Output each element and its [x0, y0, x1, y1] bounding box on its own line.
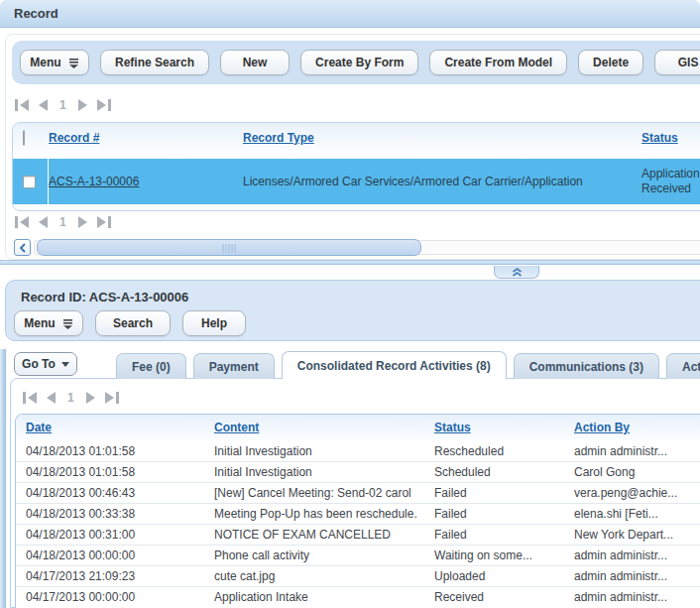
record-id-title: Record ID: ACS-A-13-00006 [21, 290, 188, 304]
action-by-cell: New York Depart... [574, 528, 700, 542]
last-page-icon[interactable] [97, 216, 111, 228]
create-by-form-button[interactable]: Create By Form [300, 50, 418, 75]
date-cell: 04/17/2013 21:09:23 [26, 569, 214, 583]
goto-dropdown[interactable]: Go To [14, 352, 77, 376]
record-row[interactable]: ACS-A-13-00006 Licenses/Armored Car Serv… [13, 159, 700, 204]
column-header-status[interactable]: Status [434, 421, 574, 434]
action-by-cell: admin administr... [574, 569, 700, 583]
record-type-cell: Licenses/Armored Car Services/Armored Ca… [243, 175, 642, 188]
menu-button[interactable]: Menu [20, 50, 89, 75]
detail-tabs-bar: Go To Fee (0) Payment Consolidated Recor… [0, 351, 700, 379]
table-row[interactable]: 04/18/2013 01:01:58 Initial Investigatio… [16, 440, 700, 461]
menu-button-label: Menu [30, 56, 60, 69]
status-cell: Uploaded [434, 569, 574, 583]
scrollbar-grip-icon [223, 244, 236, 253]
date-cell: 04/17/2013 00:00:00 [26, 590, 214, 604]
column-header-status[interactable]: Status [642, 131, 700, 145]
select-all-cell [13, 131, 49, 145]
table-row[interactable]: 04/17/2013 00:00:00 Application Intake R… [16, 586, 700, 607]
row-checkbox[interactable] [23, 176, 36, 188]
record-detail-portlet: Record ID: ACS-A-13-00006 Menu Search He… [5, 280, 700, 341]
column-header-action-by[interactable]: Action By [574, 421, 700, 434]
content-cell: Initial Investigation [214, 444, 434, 458]
status-cell: Failed [434, 528, 574, 542]
last-page-icon[interactable] [97, 99, 111, 111]
create-from-model-button[interactable]: Create From Model [429, 50, 567, 75]
scroll-left-button[interactable] [14, 239, 31, 256]
content-cell: NOTICE OF EXAM CANCELLED [214, 528, 434, 542]
collapse-panel-button[interactable] [494, 266, 539, 279]
record-status-text: Application Received [642, 167, 700, 195]
date-cell: 04/18/2013 00:00:00 [26, 548, 214, 562]
panel-splitter[interactable] [0, 260, 700, 265]
table-row[interactable]: 04/18/2013 00:31:00 NOTICE OF EXAM CANCE… [16, 524, 700, 545]
detail-menu-label: Menu [24, 316, 55, 330]
status-cell: Failed [434, 486, 574, 500]
next-page-icon[interactable] [86, 392, 95, 404]
table-row[interactable]: 04/18/2013 00:33:38 Meeting Pop-Up has b… [16, 503, 700, 524]
table-row[interactable]: 04/18/2013 00:00:00 Phone call activity … [16, 545, 700, 565]
column-header-date[interactable]: Date [26, 421, 214, 434]
new-button[interactable]: New [220, 50, 290, 75]
content-cell: Initial Investigation [214, 465, 434, 479]
page-number: 1 [58, 98, 68, 112]
column-header-content[interactable]: Content [214, 421, 434, 434]
record-toolbar: Menu Refine Search New Create By Form Cr… [12, 41, 700, 84]
content-cell: Phone call activity [214, 548, 434, 562]
record-list-portlet: Menu Refine Search New Create By Form Cr… [5, 34, 700, 260]
record-list-pagination-bottom: 1 [15, 215, 111, 229]
scrollbar-thumb[interactable] [37, 239, 421, 256]
last-page-icon[interactable] [105, 392, 119, 404]
action-by-cell: admin administr... [574, 590, 700, 604]
records-table: Record # Record Type Status ACS-A-13-000… [12, 122, 700, 211]
help-button[interactable]: Help [182, 310, 246, 336]
select-all-checkbox[interactable] [23, 130, 25, 146]
menu-caret-icon [62, 318, 73, 329]
record-number-link[interactable]: ACS-A-13-00006 [49, 175, 139, 188]
double-chevron-up-icon [512, 268, 523, 277]
detail-menu-button[interactable]: Menu [14, 310, 83, 336]
next-page-icon[interactable] [78, 216, 87, 228]
table-row[interactable]: 04/18/2013 01:01:58 Initial Investigatio… [16, 461, 700, 482]
first-page-icon[interactable] [15, 216, 29, 228]
table-row[interactable]: 04/17/2013 21:09:23 cute cat.jpg Uploade… [16, 565, 700, 586]
records-table-header: Record # Record Type Status [13, 123, 700, 159]
tab-fee[interactable]: Fee (0) [116, 353, 186, 379]
prev-page-icon[interactable] [39, 216, 48, 228]
content-cell: Meeting Pop-Up has been reschedule. [214, 507, 434, 521]
status-cell: Scheduled [434, 465, 574, 479]
detail-tabs: Fee (0) Payment Consolidated Record Acti… [116, 351, 700, 379]
refine-search-button[interactable]: Refine Search [100, 50, 209, 75]
delete-button[interactable]: Delete [578, 50, 643, 75]
column-header-record-type[interactable]: Record Type [243, 131, 642, 145]
column-header-record-number[interactable]: Record # [49, 131, 243, 145]
row-checkbox-cell [13, 159, 49, 204]
menu-caret-icon [68, 58, 79, 68]
prev-page-icon[interactable] [47, 392, 56, 404]
tab-consolidated-record-activities[interactable]: Consolidated Record Activities (8) [282, 351, 507, 379]
caret-down-icon [61, 362, 69, 367]
page-number: 1 [65, 391, 76, 405]
status-cell: Received [434, 590, 574, 604]
date-cell: 04/18/2013 01:01:58 [26, 444, 214, 458]
date-cell: 04/18/2013 00:31:00 [26, 528, 214, 542]
tab-payment[interactable]: Payment [193, 353, 275, 379]
gis-button[interactable]: GIS [654, 50, 700, 75]
record-detail-toolbar: Menu Search Help [14, 310, 246, 336]
first-page-icon[interactable] [15, 99, 29, 111]
action-by-cell: vera.peng@achie... [574, 486, 700, 500]
tab-activities[interactable]: Activities (1) [666, 353, 700, 379]
activities-table: Date Content Status Action By 04/18/2013… [15, 414, 700, 608]
activities-pagination: 1 [23, 391, 119, 405]
tab-communications[interactable]: Communications (3) [514, 353, 659, 379]
first-page-icon[interactable] [23, 392, 37, 404]
next-page-icon[interactable] [78, 99, 87, 111]
action-by-cell: elena.shi [Feti... [574, 507, 700, 521]
search-button[interactable]: Search [95, 310, 171, 336]
prev-page-icon[interactable] [39, 99, 48, 111]
goto-label: Go To [22, 357, 56, 371]
table-row[interactable]: 04/18/2013 00:46:43 [New] Cancel Meeting… [16, 482, 700, 503]
record-status-cell: Application Received [642, 167, 700, 196]
status-cell: Failed [434, 507, 574, 521]
activities-tab-panel: 1 Date Content Status Action By 04/18/20… [10, 378, 700, 608]
